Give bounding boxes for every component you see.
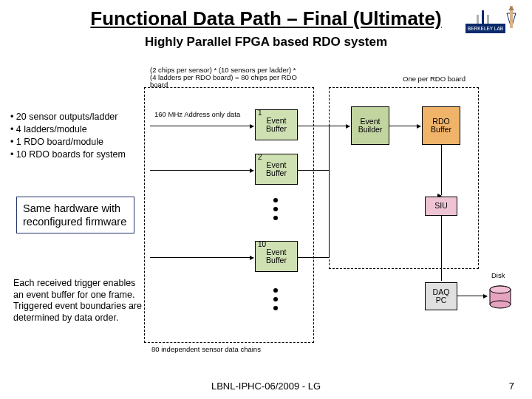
address-data-label: 160 MHz Address only data (154, 111, 240, 118)
arrow-daq-disk (457, 296, 487, 296)
wire-rdo-siu (441, 145, 442, 195)
page-title: Functional Data Path – Final (Ultimate) (30, 7, 502, 30)
siu-box: SIU (425, 197, 457, 216)
page-subtitle: Highly Parallel FPGA based RDO system (0, 35, 532, 50)
wire-buf1-out (298, 126, 329, 126)
event-builder: Event Builder (351, 106, 389, 145)
buffer-ellipsis (273, 198, 278, 220)
svg-point-8 (490, 301, 511, 308)
trigger-note: Each received trigger enables an event b… (13, 278, 146, 324)
rdo-buffer: RDO Buffer (422, 106, 460, 145)
wire-buf2-out (298, 170, 329, 171)
svg-marker-5 (508, 6, 514, 10)
svg-rect-2 (477, 15, 479, 24)
event-buffer-2: 2Event Buffer (255, 154, 298, 185)
berkeley-lab-logo: BERKELEY LAB (466, 6, 523, 37)
svg-rect-3 (487, 15, 489, 24)
block-diagram: (2 chips per sensor) * (10 sensors per l… (144, 66, 525, 362)
logo-text: BERKELEY LAB (468, 26, 503, 31)
spec-bullets: 20 sensor outputs/ladder 4 ladders/modul… (10, 111, 126, 161)
arrow-in-1 (150, 126, 253, 126)
arrow-to-builder (329, 126, 349, 126)
bullet-item: 10 RDO boards for system (10, 149, 126, 161)
event-buffer-10: 10Event Buffer (255, 241, 298, 272)
firmware-callout: Same hardware with reconfigured firmware (16, 197, 134, 233)
wire-siu-daq (441, 216, 442, 281)
arrow-builder-rdobuf (389, 126, 420, 126)
bullet-item: 20 sensor outputs/ladder (10, 111, 126, 123)
chains-bottom-label: 80 independent sensor data chains (151, 346, 261, 353)
bullet-item: 4 ladders/module (10, 123, 126, 136)
disk-label: Disk (491, 272, 505, 279)
event-buffer-1: 1Event Buffer (255, 109, 298, 140)
svg-point-9 (490, 286, 511, 293)
bullet-item: 1 RDO board/module (10, 136, 126, 149)
arrow-in-2 (150, 170, 253, 171)
disk-icon (488, 285, 512, 313)
arrow-in-10 (150, 257, 253, 258)
svg-rect-1 (482, 10, 484, 24)
footer-label: LBNL-IPHC-06/2009 - LG (0, 381, 532, 392)
buffer-ellipsis-2 (273, 288, 278, 310)
wire-merge (329, 126, 330, 257)
wire-buf10-out (298, 257, 329, 258)
page-number: 7 (509, 381, 514, 392)
rdo-board-label: One per RDO board (403, 75, 466, 83)
daq-pc-box: DAQ PC (425, 282, 457, 310)
sensor-chains-label: (2 chips per sensor) * (10 sensors per l… (150, 66, 313, 89)
